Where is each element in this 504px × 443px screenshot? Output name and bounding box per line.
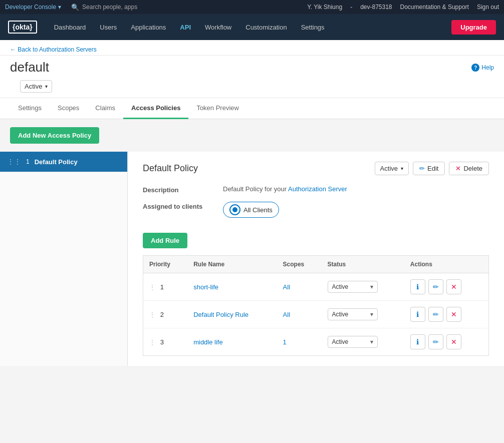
cell-status-1: Active ▾ xyxy=(322,301,404,328)
rule-status-dropdown[interactable]: Active ▾ xyxy=(328,336,378,348)
edit-rule-button[interactable]: ✏ xyxy=(428,279,443,294)
drag-handle-icon: ⋮⋮ xyxy=(7,158,21,166)
rule-actions: ℹ ✏ ✕ xyxy=(410,307,482,322)
row-drag-handle: ⋮ xyxy=(149,339,155,346)
page-title: default xyxy=(10,60,62,75)
nav-dashboard[interactable]: Dashboard xyxy=(47,14,93,40)
search-area: 🔍 Search people, apps xyxy=(71,4,137,11)
description-value: Default Policy for your Authorization Se… xyxy=(223,185,347,193)
dev-console-label: Developer Console xyxy=(5,4,56,11)
delete-rule-button[interactable]: ✕ xyxy=(446,307,461,322)
clients-badge-label: All Clients xyxy=(243,206,273,214)
content-area: Add New Access Policy ⋮⋮ 1 Default Polic… xyxy=(0,119,504,374)
col-actions: Actions xyxy=(404,256,489,273)
table-row: ⋮ 3 middle life 1 Active ▾ ℹ ✏ ✕ xyxy=(143,328,489,356)
rule-name-link[interactable]: middle life xyxy=(193,338,223,346)
policy-status-dropdown[interactable]: Active ▾ xyxy=(375,162,409,175)
priority-value: 1 xyxy=(160,283,164,291)
auth-server-link[interactable]: Authorization Server xyxy=(288,185,347,193)
help-label: Help xyxy=(481,64,494,71)
scopes-value[interactable]: 1 xyxy=(283,338,287,346)
rules-table: Priority Rule Name Scopes Status Actions… xyxy=(143,255,489,356)
rule-status-dropdown[interactable]: Active ▾ xyxy=(328,308,378,320)
upgrade-button[interactable]: Upgrade xyxy=(451,20,496,35)
nav-api[interactable]: API xyxy=(173,14,198,40)
info-button[interactable]: ℹ xyxy=(410,334,425,349)
dev-console-caret: ▾ xyxy=(58,4,61,11)
top-bar-right: Y. Yik Shiung - dev-875318 Documentation… xyxy=(307,4,499,11)
nav-customization[interactable]: Customization xyxy=(238,14,294,40)
delete-policy-button[interactable]: ✕ Delete xyxy=(449,162,489,175)
help-icon: ? xyxy=(471,64,479,72)
tab-claims[interactable]: Claims xyxy=(87,98,123,119)
edit-policy-button[interactable]: ✏ Edit xyxy=(413,162,445,175)
rule-actions: ℹ ✏ ✕ xyxy=(410,334,482,349)
nav-users[interactable]: Users xyxy=(93,14,124,40)
page-status-dropdown[interactable]: Active ▾ xyxy=(20,80,52,93)
edit-label: Edit xyxy=(427,165,438,172)
okta-logo: {okta} xyxy=(8,21,37,34)
policy-item[interactable]: ⋮⋮ 1 Default Policy xyxy=(0,152,127,172)
docs-link[interactable]: Documentation & Support xyxy=(400,4,469,11)
add-new-access-policy-button[interactable]: Add New Access Policy xyxy=(10,127,99,144)
delete-rule-button[interactable]: ✕ xyxy=(446,334,461,349)
status-caret: ▾ xyxy=(370,311,373,318)
tab-scopes[interactable]: Scopes xyxy=(50,98,87,119)
info-button[interactable]: ℹ xyxy=(410,307,425,322)
separator: - xyxy=(350,4,352,11)
policy-name: Default Policy xyxy=(35,158,78,166)
cell-actions-2: ℹ ✏ ✕ xyxy=(404,328,489,356)
clients-label: Assigned to clients xyxy=(143,202,223,210)
info-button[interactable]: ℹ xyxy=(410,279,425,294)
cell-priority-1: ⋮ 2 xyxy=(143,301,188,328)
back-to-auth-servers-link[interactable]: ← Back to Authorization Servers xyxy=(10,46,97,53)
top-bar: Developer Console ▾ 🔍 Search people, app… xyxy=(0,0,504,14)
nav-workflow[interactable]: Workflow xyxy=(198,14,238,40)
rule-name-link[interactable]: Default Policy Rule xyxy=(193,311,248,318)
cell-rule-name-0: short-life xyxy=(187,273,277,301)
rule-name-link[interactable]: short-life xyxy=(193,283,218,291)
delete-rule-button[interactable]: ✕ xyxy=(446,279,461,294)
row-drag-handle: ⋮ xyxy=(149,284,155,291)
nav-bar: {okta} Dashboard Users Applications API … xyxy=(0,14,504,40)
delete-label: Delete xyxy=(463,165,482,172)
cell-rule-name-2: middle life xyxy=(187,328,277,356)
rule-status-dropdown[interactable]: Active ▾ xyxy=(328,281,378,293)
signout-link[interactable]: Sign out xyxy=(477,4,499,11)
env-label: dev-875318 xyxy=(360,4,392,11)
priority-value: 3 xyxy=(160,338,164,346)
search-placeholder[interactable]: Search people, apps xyxy=(82,4,137,11)
policy-status-chevron: ▾ xyxy=(401,166,403,171)
nav-settings[interactable]: Settings xyxy=(294,14,332,40)
edit-icon: ✏ xyxy=(419,165,425,172)
page-status-chevron: ▾ xyxy=(45,84,48,89)
cell-actions-1: ℹ ✏ ✕ xyxy=(404,301,489,328)
tab-token-preview[interactable]: Token Preview xyxy=(188,98,247,119)
rules-section: Add Rule Priority Rule Name Scopes Statu… xyxy=(143,233,489,356)
dev-console-link[interactable]: Developer Console ▾ xyxy=(5,4,61,11)
policy-detail-title: Default Policy xyxy=(143,163,198,174)
cell-status-2: Active ▾ xyxy=(322,328,404,356)
nav-links: Dashboard Users Applications API Workflo… xyxy=(47,14,332,40)
username: Y. Yik Shiung xyxy=(307,4,342,11)
add-rule-button[interactable]: Add Rule xyxy=(143,233,187,248)
col-scopes: Scopes xyxy=(277,256,322,273)
cell-priority-2: ⋮ 3 xyxy=(143,328,188,356)
breadcrumb: ← Back to Authorization Servers xyxy=(0,40,504,56)
edit-rule-button[interactable]: ✏ xyxy=(428,307,443,322)
edit-rule-button[interactable]: ✏ xyxy=(428,334,443,349)
back-arrow: ← xyxy=(10,46,16,53)
scopes-value[interactable]: All xyxy=(283,311,290,318)
nav-applications[interactable]: Applications xyxy=(124,14,173,40)
breadcrumb-text: Back to Authorization Servers xyxy=(18,46,96,53)
rule-status-label: Active xyxy=(332,338,349,345)
policy-list: ⋮⋮ 1 Default Policy xyxy=(0,152,128,366)
clients-value: All Clients xyxy=(223,202,279,218)
tab-access-policies[interactable]: Access Policies xyxy=(123,98,188,119)
tab-settings[interactable]: Settings xyxy=(10,98,50,119)
policy-status-label: Active xyxy=(380,165,398,172)
priority-value: 2 xyxy=(160,311,164,318)
scopes-value[interactable]: All xyxy=(283,283,290,291)
help-link[interactable]: ? Help xyxy=(471,64,494,72)
all-clients-badge[interactable]: All Clients xyxy=(223,202,279,218)
